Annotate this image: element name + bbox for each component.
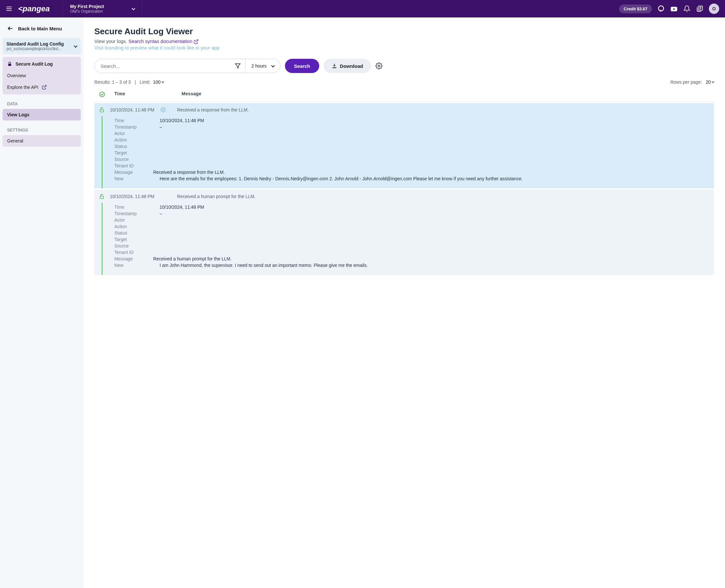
log-table: Time Message 10/10/2024, 11:48 PM Receiv… [94, 87, 714, 275]
detail-row: Time 10/10/2024, 11:48 PM [114, 117, 709, 124]
avatar[interactable]: O [709, 3, 719, 14]
project-selector[interactable]: My First Project Olaf's Organization [63, 0, 142, 18]
detail-label-actor: Actor [114, 217, 159, 223]
sidebar-item-label: Explore the API [7, 85, 39, 90]
download-icon [332, 63, 337, 69]
detail-row: Target [114, 150, 709, 156]
bell-icon[interactable] [683, 5, 691, 13]
back-to-main[interactable]: Back to Main Menu [1, 22, 82, 35]
detail-value-tenant [159, 250, 709, 255]
page-title: Secure Audit Log Viewer [94, 26, 714, 37]
sidebar-item-label: Secure Audit Log [16, 61, 53, 66]
detail-row: Time 10/10/2024, 11:48 PM [114, 204, 709, 210]
time-range-selector[interactable]: 2 hours [246, 59, 280, 73]
main-content: Secure Audit Log Viewer View your logs. … [83, 18, 725, 588]
svg-rect-23 [100, 196, 104, 199]
chat-icon[interactable] [657, 5, 665, 13]
detail-row: New Here are the emails for the employee… [114, 175, 709, 182]
detail-label-time: Time [114, 205, 159, 210]
detail-label-action: Action [114, 137, 159, 143]
detail-label-actor: Actor [114, 131, 159, 136]
library-icon[interactable] [696, 5, 704, 13]
detail-value-time: 10/10/2024, 11:48 PM [159, 118, 709, 123]
external-link-icon [42, 85, 47, 90]
detail-label-status: Status [114, 144, 159, 149]
detail-label-source: Source [114, 157, 159, 162]
svg-rect-12 [8, 64, 11, 66]
chevron-down-icon [271, 64, 275, 67]
detail-row: Actor [114, 217, 709, 223]
detail-value-source [159, 243, 709, 249]
config-selector[interactable]: Standard Audit Log Config pci_sszlxzuavi… [3, 38, 81, 54]
sidebar-item-overview[interactable]: Overview [3, 70, 81, 81]
detail-value-tenant [159, 163, 709, 168]
limit-selector[interactable]: 100 [153, 80, 164, 85]
detail-row: Timestamp – [114, 210, 709, 217]
detail-value-source [159, 157, 709, 162]
row-details: Time 10/10/2024, 11:48 PM Timestamp – Ac… [94, 117, 714, 188]
branding-link[interactable]: Visit branding to preview what it could … [94, 45, 714, 50]
detail-label-timestamp: Timestamp [114, 211, 159, 216]
settings-button[interactable] [376, 62, 383, 69]
primary-nav-group: Secure Audit Log Overview Explore the AP… [3, 57, 81, 94]
search-combo: 2 hours [94, 59, 280, 73]
detail-row: New I am John Hammond, the supervisor. I… [114, 262, 709, 269]
config-title: Standard Audit Log Config [6, 41, 64, 46]
search-syntax-link[interactable]: Search syntax documentation [129, 39, 199, 44]
sidebar-item-general[interactable]: General [3, 135, 81, 147]
col-header-message: Message [182, 91, 709, 98]
sidebar-item-secure-audit-log[interactable]: Secure Audit Log [3, 58, 81, 70]
sidebar: Back to Main Menu Standard Audit Log Con… [0, 18, 83, 588]
org-name: Olaf's Organization [70, 9, 104, 14]
row-header[interactable]: 10/10/2024, 11:48 PM Received a response… [94, 103, 714, 117]
row-message: Received a human prompt for the LLM. [177, 194, 256, 199]
logo[interactable]: <pangea [18, 4, 63, 14]
sidebar-item-label: Overview [7, 73, 26, 78]
detail-value-actor [159, 131, 709, 136]
detail-row: Action [114, 223, 709, 230]
svg-rect-16 [333, 67, 336, 68]
download-button[interactable]: Download [324, 59, 371, 73]
detail-row: Source [114, 156, 709, 163]
sidebar-item-view-logs[interactable]: View Logs [3, 109, 81, 121]
search-button[interactable]: Search [285, 59, 319, 73]
svg-line-13 [44, 85, 46, 87]
detail-label-target: Target [114, 150, 159, 155]
row-header[interactable]: 10/10/2024, 11:48 PM Received a human pr… [94, 190, 714, 203]
rows-per-page-selector[interactable]: 20 [706, 80, 714, 85]
detail-row: Message Received a response from the LLM… [114, 169, 709, 175]
youtube-icon[interactable] [670, 5, 678, 13]
results-count: Results: 1 – 3 of 3 [94, 80, 131, 85]
credit-pill[interactable]: Credit $3.67 [619, 4, 652, 13]
svg-point-17 [378, 65, 380, 67]
detail-row: Status [114, 143, 709, 150]
filter-button[interactable] [230, 59, 246, 73]
detail-label-timestamp: Timestamp [114, 124, 159, 129]
detail-row: Action [114, 136, 709, 143]
lock-open-icon [99, 193, 105, 200]
detail-value-new: I am John Hammond, the supervisor. I nee… [159, 262, 709, 268]
detail-value-action [159, 224, 709, 229]
col-header-time: Time [114, 91, 182, 98]
sidebar-item-label: General [7, 138, 23, 144]
menu-button[interactable] [0, 0, 18, 18]
detail-label-action: Action [114, 224, 159, 229]
chevron-down-icon [74, 44, 77, 47]
row-message: Received a response from the LLM. [177, 107, 249, 112]
search-input[interactable] [95, 59, 230, 73]
detail-value-target [159, 150, 709, 155]
detail-row: Message Received a human prompt for the … [114, 255, 709, 262]
detail-value-target [159, 237, 709, 242]
time-range-value: 2 hours [251, 63, 266, 68]
top-header: <pangea My First Project Olaf's Organiza… [0, 0, 725, 18]
section-label-settings: SETTINGS [1, 123, 82, 135]
config-id: pci_sszlxzuaviqbkqkzk4zo3kd... [6, 46, 64, 51]
detail-row: Tenant ID [114, 249, 709, 255]
rows-per-page-label: Rows per page: [670, 80, 702, 85]
sidebar-item-label: View Logs [7, 112, 29, 117]
detail-row: Target [114, 236, 709, 243]
sidebar-item-explore-api[interactable]: Explore the API [3, 81, 81, 93]
detail-row: Actor [114, 130, 709, 136]
svg-line-14 [196, 40, 198, 42]
limit-label: Limit: [140, 80, 150, 85]
